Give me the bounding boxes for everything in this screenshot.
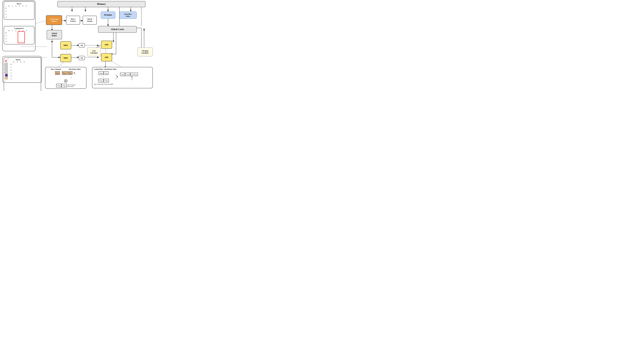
condensed-a-title: Condensed A xyxy=(5,27,33,29)
c-prime-31-box: c′3,1 xyxy=(56,84,61,87)
sq-top-block: SQ xyxy=(79,43,85,47)
main-diagram: Memory CondensingAdapter Mat AFetcher Ma… xyxy=(0,0,156,91)
ape-dots: ⋮ xyxy=(106,49,109,51)
ape-bot-block: APE xyxy=(101,53,112,61)
condensed-a-container: Condensed A 0 1 2 3 4 5 0 1 xyxy=(4,26,34,44)
mat-c-partial-label: Mat C PartialRow Fiber xyxy=(67,84,75,87)
condensing-adapter-block: CondensingAdapter xyxy=(46,15,62,25)
svg-line-30 xyxy=(36,21,46,23)
sq-bot-label: SQ xyxy=(81,57,83,59)
condensing-adapter-label: CondensingAdapter xyxy=(50,18,58,22)
global-buffer-label: GlobalBuffer xyxy=(52,32,57,37)
mpe-bot-label: MPE xyxy=(64,57,68,59)
b5-label: B5 xyxy=(73,72,75,74)
c-prime-32-right: c′3,2 xyxy=(104,79,109,82)
sq-top-label: SQ xyxy=(81,44,83,46)
memory-block: Memory xyxy=(57,1,145,7)
ape-top-block: APE xyxy=(101,41,112,49)
mat-b-container: Mat B 0 1 2 3 0 1 xyxy=(4,57,41,91)
ape-top-label: APE xyxy=(105,43,109,46)
merging-scheduler-label: MergingScheduler xyxy=(141,50,149,54)
global-buffer-block: GlobalBuffer xyxy=(47,30,62,39)
mat-b-title: Mat B xyxy=(10,59,26,61)
bottom-right-detail: Cached Mat C Partial Row Fiber c3,0 c3,2… xyxy=(92,67,153,88)
mat-b-fetcher-block: Mat BFetcher xyxy=(83,16,97,24)
sync-scheduler-label: SyncScheduler xyxy=(90,50,98,54)
bottom-left-detail: Mat A Element Mat B Row Fiber a3,5 b5,1 … xyxy=(45,67,87,89)
merged-c32-sum: c3,2+c′3,2 xyxy=(130,73,138,76)
cached-title: Cached Mat C Partial Row Fiber xyxy=(94,68,151,70)
c-prime-31-right: c′3,1 xyxy=(98,79,103,82)
b-51-box: b5,1 xyxy=(62,71,67,75)
b-52-box: b5,2 xyxy=(67,71,72,75)
mat-c-from-mpe-label: Mat C Partial Row Fiber from MPE xyxy=(94,84,113,85)
svg-line-37 xyxy=(5,58,9,62)
mat-a-title: Mat A xyxy=(5,3,33,5)
merged-c30: c3,0 xyxy=(120,73,125,76)
global-cache-block: Global Cache xyxy=(98,26,137,33)
purefiber-policy-block: PureFiberPolicy xyxy=(119,11,137,19)
memory-label: Memory xyxy=(97,3,106,6)
c30-box: c3,0 xyxy=(99,71,103,75)
purefiber-policy-label: PureFiberPolicy xyxy=(124,13,132,17)
mpe-top-label: MPE xyxy=(64,44,68,46)
global-cache-label: Global Cache xyxy=(111,28,124,31)
mat-a-container: Mat A 0 1 2 3 4 5 0 1 xyxy=(4,1,34,20)
nb-buffer-label: NB Buffer xyxy=(104,14,112,16)
merging-scheduler-block: MergingScheduler xyxy=(137,47,153,56)
mat-b-fetcher-label: Mat BFetcher xyxy=(87,18,92,22)
sync-scheduler-block: SyncScheduler xyxy=(87,47,101,56)
svg-line-42 xyxy=(115,77,118,79)
mat-b-row-fiber-title: Mat B Row Fiber xyxy=(69,68,81,70)
mat-a-fetcher-label: Mat AFetcher xyxy=(70,18,76,22)
c32-box: c3,2 xyxy=(104,71,109,75)
merged-c31-prime: c′3,1 xyxy=(125,73,130,76)
mpe-top-block: MPE xyxy=(60,41,71,49)
c-prime-32-box: c′3,2 xyxy=(61,84,67,87)
svg-line-41 xyxy=(115,75,118,77)
mat-a-element-title: Mat A Element xyxy=(51,68,61,70)
ape-bot-label: APE xyxy=(105,56,109,59)
mpe-dots: ⋮ xyxy=(65,50,68,53)
sq-bot-block: SQ xyxy=(79,56,85,60)
mat-a-fetcher-block: Mat AFetcher xyxy=(66,16,80,24)
a-element-box: a3,5 xyxy=(55,71,60,75)
nb-buffer-block: NB Buffer xyxy=(101,11,115,19)
mpe-bot-block: MPE xyxy=(60,54,71,62)
tensor-product-icon xyxy=(64,79,67,83)
